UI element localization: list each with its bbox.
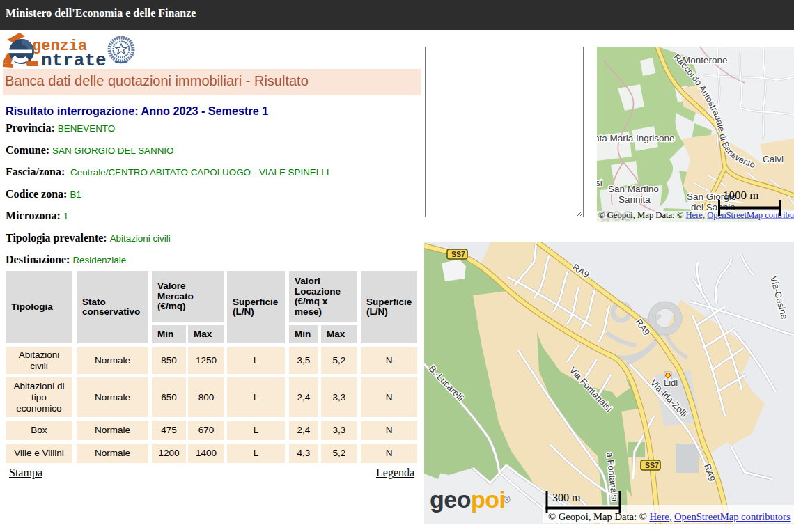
- svg-text:© Geopoi, Map Data: © Here, Op: © Geopoi, Map Data: © Here, OpenStreetMa…: [598, 210, 794, 220]
- svg-text:© Geopoi, Map Data: © Here, Op: © Geopoi, Map Data: © Here, OpenStreetMa…: [548, 511, 791, 522]
- svg-text:SS7: SS7: [451, 250, 465, 258]
- svg-text:geopoi: geopoi: [430, 486, 505, 513]
- svg-text:San Martino: San Martino: [608, 184, 659, 194]
- svg-text:SS7: SS7: [645, 461, 659, 469]
- svg-text:1000 m: 1000 m: [723, 189, 758, 202]
- svg-text:300 m: 300 m: [552, 492, 581, 503]
- svg-text:Sannita: Sannita: [618, 194, 651, 205]
- svg-text:Calvi: Calvi: [763, 154, 784, 164]
- svg-text:ntrate: ntrate: [41, 50, 107, 70]
- svg-text:nta Maria Ingrisone: nta Maria Ingrisone: [597, 133, 675, 143]
- svg-text:®: ®: [504, 494, 511, 505]
- svg-text:Lidl: Lidl: [664, 377, 678, 388]
- svg-text:si: si: [597, 178, 602, 188]
